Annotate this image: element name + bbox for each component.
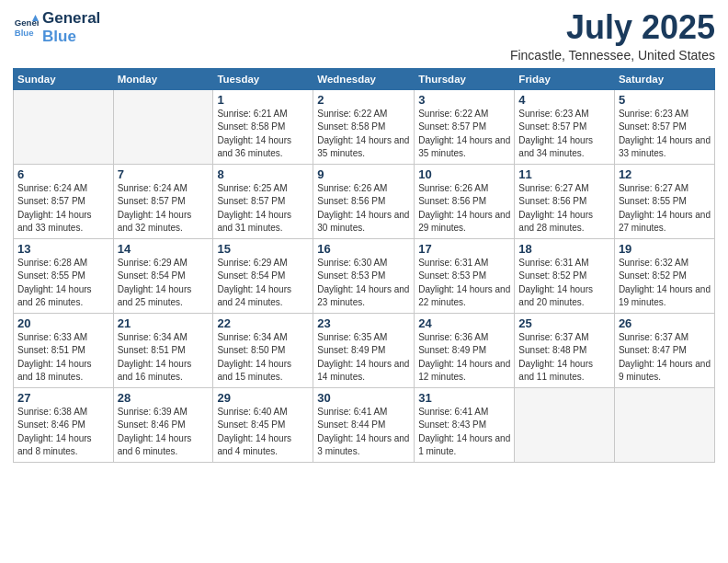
day-number: 4 (518, 93, 610, 107)
calendar-cell: 18Sunrise: 6:31 AMSunset: 8:52 PMDayligh… (515, 238, 615, 313)
day-detail: Sunrise: 6:22 AMSunset: 8:57 PMDaylight:… (418, 108, 510, 161)
day-number: 30 (317, 391, 410, 405)
col-header-wednesday: Wednesday (313, 68, 415, 89)
col-header-tuesday: Tuesday (213, 68, 313, 89)
day-detail: Sunrise: 6:34 AMSunset: 8:51 PMDaylight:… (118, 331, 210, 385)
calendar-week-row: 20Sunrise: 6:33 AMSunset: 8:51 PMDayligh… (14, 313, 715, 387)
day-number: 3 (418, 93, 510, 107)
logo: General Blue General Blue (13, 9, 100, 46)
day-number: 7 (118, 167, 210, 181)
calendar-cell (614, 387, 714, 462)
day-detail: Sunrise: 6:30 AMSunset: 8:53 PMDaylight:… (317, 257, 410, 310)
header: General Blue General Blue July 2025 Finc… (13, 9, 715, 63)
col-header-monday: Monday (113, 68, 213, 89)
day-detail: Sunrise: 6:29 AMSunset: 8:54 PMDaylight:… (118, 257, 210, 310)
day-detail: Sunrise: 6:27 AMSunset: 8:55 PMDaylight:… (619, 182, 711, 236)
sub-title: Fincastle, Tennessee, United States (510, 48, 715, 63)
calendar-cell: 16Sunrise: 6:30 AMSunset: 8:53 PMDayligh… (313, 238, 415, 313)
calendar-cell: 14Sunrise: 6:29 AMSunset: 8:54 PMDayligh… (113, 238, 213, 313)
day-number: 25 (518, 316, 610, 330)
day-detail: Sunrise: 6:41 AMSunset: 8:43 PMDaylight:… (418, 406, 510, 459)
day-detail: Sunrise: 6:22 AMSunset: 8:58 PMDaylight:… (317, 108, 410, 161)
day-detail: Sunrise: 6:23 AMSunset: 8:57 PMDaylight:… (518, 108, 610, 161)
day-number: 8 (217, 167, 309, 181)
calendar-week-row: 13Sunrise: 6:28 AMSunset: 8:55 PMDayligh… (14, 238, 715, 313)
calendar-cell (14, 89, 114, 164)
day-number: 2 (317, 93, 410, 107)
calendar-cell (515, 387, 615, 462)
calendar-cell: 12Sunrise: 6:27 AMSunset: 8:55 PMDayligh… (614, 164, 714, 238)
calendar-cell: 1Sunrise: 6:21 AMSunset: 8:58 PMDaylight… (213, 89, 313, 164)
day-number: 16 (317, 242, 410, 256)
day-number: 15 (217, 242, 309, 256)
day-number: 5 (619, 93, 711, 107)
calendar-cell: 7Sunrise: 6:24 AMSunset: 8:57 PMDaylight… (113, 164, 213, 238)
calendar-table: SundayMondayTuesdayWednesdayThursdayFrid… (13, 68, 715, 463)
calendar-cell: 26Sunrise: 6:37 AMSunset: 8:47 PMDayligh… (614, 313, 714, 387)
day-number: 1 (217, 93, 309, 107)
calendar-cell: 6Sunrise: 6:24 AMSunset: 8:57 PMDaylight… (14, 164, 114, 238)
day-number: 27 (17, 391, 109, 405)
calendar-week-row: 27Sunrise: 6:38 AMSunset: 8:46 PMDayligh… (14, 387, 715, 462)
day-detail: Sunrise: 6:38 AMSunset: 8:46 PMDaylight:… (17, 406, 109, 459)
day-detail: Sunrise: 6:36 AMSunset: 8:49 PMDaylight:… (418, 331, 510, 385)
day-detail: Sunrise: 6:32 AMSunset: 8:52 PMDaylight:… (619, 257, 711, 310)
calendar-cell: 17Sunrise: 6:31 AMSunset: 8:53 PMDayligh… (415, 238, 515, 313)
calendar-cell: 13Sunrise: 6:28 AMSunset: 8:55 PMDayligh… (14, 238, 114, 313)
calendar-cell: 8Sunrise: 6:25 AMSunset: 8:57 PMDaylight… (213, 164, 313, 238)
calendar-header-row: SundayMondayTuesdayWednesdayThursdayFrid… (14, 68, 715, 89)
calendar-cell: 9Sunrise: 6:26 AMSunset: 8:56 PMDaylight… (313, 164, 415, 238)
day-detail: Sunrise: 6:31 AMSunset: 8:52 PMDaylight:… (518, 257, 610, 310)
calendar-cell: 28Sunrise: 6:39 AMSunset: 8:46 PMDayligh… (113, 387, 213, 462)
logo-general: General (42, 9, 100, 28)
day-detail: Sunrise: 6:40 AMSunset: 8:45 PMDaylight:… (217, 406, 309, 459)
calendar-cell: 4Sunrise: 6:23 AMSunset: 8:57 PMDaylight… (515, 89, 615, 164)
calendar-cell: 5Sunrise: 6:23 AMSunset: 8:57 PMDaylight… (614, 89, 714, 164)
day-number: 28 (118, 391, 210, 405)
day-number: 21 (118, 316, 210, 330)
day-detail: Sunrise: 6:25 AMSunset: 8:57 PMDaylight:… (217, 182, 309, 236)
day-number: 11 (518, 167, 610, 181)
calendar-cell: 22Sunrise: 6:34 AMSunset: 8:50 PMDayligh… (213, 313, 313, 387)
logo-icon: General Blue (13, 15, 39, 40)
day-number: 26 (619, 316, 711, 330)
day-detail: Sunrise: 6:21 AMSunset: 8:58 PMDaylight:… (217, 108, 309, 161)
day-number: 29 (217, 391, 309, 405)
day-number: 20 (17, 316, 109, 330)
col-header-thursday: Thursday (415, 68, 515, 89)
day-number: 18 (518, 242, 610, 256)
day-detail: Sunrise: 6:24 AMSunset: 8:57 PMDaylight:… (17, 182, 109, 236)
col-header-friday: Friday (515, 68, 615, 89)
day-detail: Sunrise: 6:33 AMSunset: 8:51 PMDaylight:… (17, 331, 109, 385)
day-detail: Sunrise: 6:23 AMSunset: 8:57 PMDaylight:… (619, 108, 711, 161)
day-number: 24 (418, 316, 510, 330)
calendar-cell: 3Sunrise: 6:22 AMSunset: 8:57 PMDaylight… (415, 89, 515, 164)
main-title: July 2025 (510, 9, 715, 46)
logo-blue: Blue (42, 28, 76, 45)
day-detail: Sunrise: 6:37 AMSunset: 8:48 PMDaylight:… (518, 331, 610, 385)
day-number: 6 (17, 167, 109, 181)
day-detail: Sunrise: 6:31 AMSunset: 8:53 PMDaylight:… (418, 257, 510, 310)
calendar-cell: 21Sunrise: 6:34 AMSunset: 8:51 PMDayligh… (113, 313, 213, 387)
col-header-sunday: Sunday (14, 68, 114, 89)
day-detail: Sunrise: 6:27 AMSunset: 8:56 PMDaylight:… (518, 182, 610, 236)
calendar-cell: 23Sunrise: 6:35 AMSunset: 8:49 PMDayligh… (313, 313, 415, 387)
calendar-cell: 20Sunrise: 6:33 AMSunset: 8:51 PMDayligh… (14, 313, 114, 387)
calendar-week-row: 6Sunrise: 6:24 AMSunset: 8:57 PMDaylight… (14, 164, 715, 238)
day-detail: Sunrise: 6:34 AMSunset: 8:50 PMDaylight:… (217, 331, 309, 385)
day-number: 22 (217, 316, 309, 330)
calendar-cell: 15Sunrise: 6:29 AMSunset: 8:54 PMDayligh… (213, 238, 313, 313)
day-number: 17 (418, 242, 510, 256)
day-detail: Sunrise: 6:37 AMSunset: 8:47 PMDaylight:… (619, 331, 711, 385)
title-block: July 2025 Fincastle, Tennessee, United S… (510, 9, 715, 63)
col-header-saturday: Saturday (614, 68, 714, 89)
day-detail: Sunrise: 6:24 AMSunset: 8:57 PMDaylight:… (118, 182, 210, 236)
calendar-week-row: 1Sunrise: 6:21 AMSunset: 8:58 PMDaylight… (14, 89, 715, 164)
calendar-cell (113, 89, 213, 164)
svg-text:Blue: Blue (15, 28, 34, 38)
calendar-cell: 25Sunrise: 6:37 AMSunset: 8:48 PMDayligh… (515, 313, 615, 387)
day-detail: Sunrise: 6:26 AMSunset: 8:56 PMDaylight:… (418, 182, 510, 236)
day-number: 19 (619, 242, 711, 256)
day-detail: Sunrise: 6:39 AMSunset: 8:46 PMDaylight:… (118, 406, 210, 459)
day-detail: Sunrise: 6:28 AMSunset: 8:55 PMDaylight:… (17, 257, 109, 310)
